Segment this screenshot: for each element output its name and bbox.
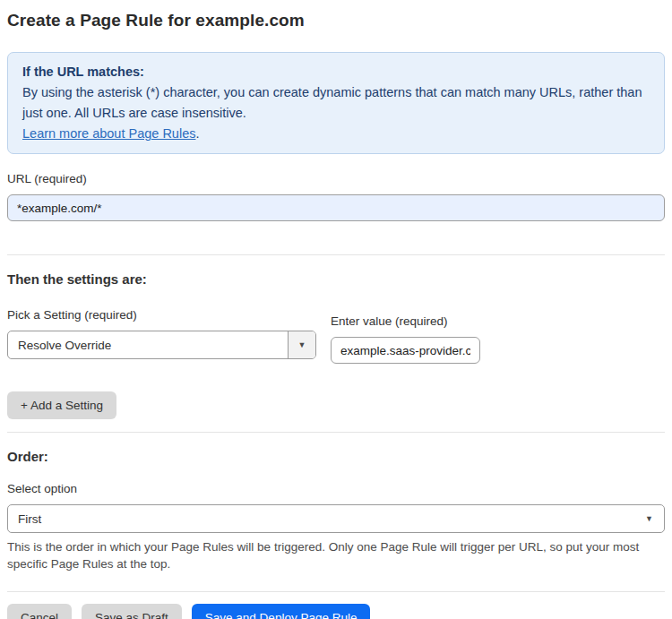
setting-value-column: Enter value (required) [331,297,480,364]
cancel-button[interactable]: Cancel [7,604,72,619]
url-field-label: URL (required) [7,172,665,185]
chevron-down-icon: ▼ [645,515,664,523]
url-match-info-box: If the URL matches: By using the asteris… [7,52,665,154]
order-section-heading: Order: [7,449,665,464]
setting-value-input[interactable] [331,337,480,364]
info-box-link-line: Learn more about Page Rules. [22,124,650,144]
info-box-body: By using the asterisk (*) character, you… [22,82,650,124]
divider [7,432,665,433]
save-as-draft-button[interactable]: Save as Draft [82,604,182,619]
create-page-rule-form: Create a Page Rule for example.com If th… [0,0,672,619]
order-help-text: This is the order in which your Page Rul… [7,538,652,572]
order-selected-value: First [8,512,645,526]
url-input[interactable] [7,194,665,221]
footer-buttons: Cancel Save as Draft Save and Deploy Pag… [7,604,665,619]
chevron-down-icon: ▼ [298,341,306,349]
setting-picker-column: Pick a Setting (required) Resolve Overri… [7,290,316,364]
settings-section-heading: Then the settings are: [7,271,665,287]
learn-more-link[interactable]: Learn more about Page Rules [22,126,195,141]
setting-picker-selected-value: Resolve Override [8,339,288,352]
order-select-label: Select option [7,482,665,495]
divider [7,254,665,255]
add-setting-button[interactable]: + Add a Setting [7,391,116,419]
info-box-heading: If the URL matches: [22,62,650,82]
save-and-deploy-button[interactable]: Save and Deploy Page Rule [192,604,371,619]
learn-more-period: . [195,126,199,141]
divider [7,591,665,592]
setting-picker-label: Pick a Setting (required) [7,308,316,322]
setting-value-label: Enter value (required) [331,314,480,328]
page-title: Create a Page Rule for example.com [7,11,665,30]
order-select[interactable]: First ▼ [7,504,665,533]
setting-picker-arrow-segment[interactable]: ▼ [288,331,315,358]
setting-picker-select[interactable]: Resolve Override ▼ [7,331,316,359]
settings-row: Pick a Setting (required) Resolve Overri… [7,290,665,364]
